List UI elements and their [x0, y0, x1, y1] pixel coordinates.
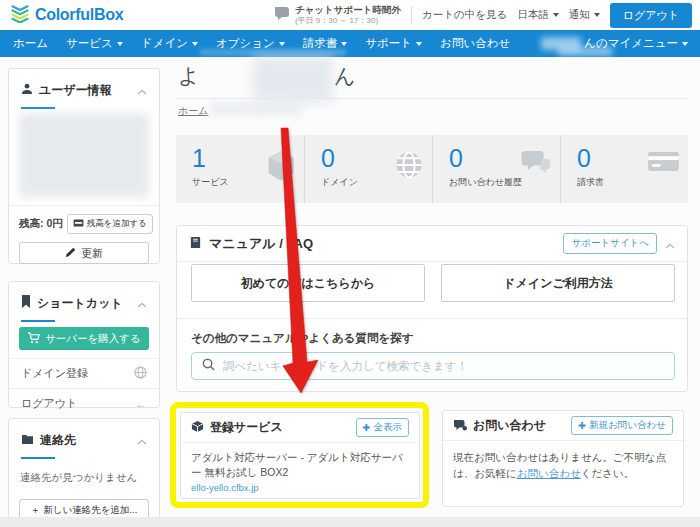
manual-faq-card: マニュアル / FAQ サポートサイトへ 初めての方はこちらから ドメインご利用… — [176, 225, 688, 392]
logout-button[interactable]: ログアウト — [610, 3, 692, 28]
view-cart-link[interactable]: カートの中を見る — [422, 8, 507, 22]
logo-chevrons-icon — [10, 3, 30, 27]
chat-hours-text: (平日 9：30 ～ 17：30) — [295, 16, 401, 25]
footer-strip — [0, 517, 700, 527]
shortcut-label: ログアウト — [21, 396, 77, 411]
service-list-item[interactable]: アダルト対応サーバー - アダルト対応サーバー 無料お試し BOX2 ello-… — [181, 443, 419, 493]
inquiry-text-suffix: ください。 — [581, 467, 634, 479]
stat-invoices[interactable]: 0 請求書 — [560, 135, 688, 203]
greeting-prefix: よ — [178, 62, 200, 90]
stat-domains[interactable]: 0 ドメイン — [304, 135, 432, 203]
faq-search-box — [191, 352, 675, 380]
logo-text: ColorfulBox — [35, 6, 123, 24]
support-site-button[interactable]: サポートサイトへ — [563, 233, 657, 254]
title-underline — [21, 107, 55, 109]
logo[interactable]: ColorfulBox — [10, 3, 123, 27]
service-name: アダルト対応サーバー - アダルト対応サーバー 無料お試し BOX2 — [191, 450, 409, 480]
nav-item-domains[interactable]: ドメイン — [132, 36, 207, 51]
add-contact-label: 新しい連絡先を追加... — [43, 504, 137, 517]
nav-item-support[interactable]: サポート — [356, 36, 431, 51]
inquiry-link[interactable]: お問い合わせ — [517, 467, 581, 479]
inquiry-card: お問い合わせ ✚ 新規お問い合わせ 現在お問い合わせはありません。ご不明な点は、… — [442, 410, 684, 507]
shortcut-list: ドメイン登録 ログアウト ← — [9, 358, 159, 418]
blurred-user-details — [19, 113, 149, 197]
card-icon — [73, 219, 84, 229]
show-all-button[interactable]: ✚ 全表示 — [356, 418, 409, 437]
page-title: よ ん — [176, 60, 688, 99]
breadcrumb-home-link[interactable]: ホーム — [178, 105, 208, 116]
user-info-title: ユーザー情報 — [39, 82, 112, 99]
show-all-label: 全表示 — [374, 421, 403, 434]
shortcut-logout[interactable]: ログアウト ← — [9, 388, 159, 418]
buy-server-button[interactable]: サーバーを購入する — [19, 327, 149, 350]
domain-usage-button[interactable]: ドメインご利用方法 — [441, 264, 675, 302]
user-info-card: ユーザー情報 残高: 0円 残高を追加する 更新 — [8, 68, 160, 264]
search-icon — [202, 357, 215, 375]
chat-bubbles-icon — [519, 150, 552, 183]
contacts-empty-text: 連絡先が見つかりません — [20, 471, 137, 485]
nav-item-services[interactable]: サービス — [57, 36, 132, 51]
contacts-header: 連絡先 — [9, 419, 159, 449]
divider — [9, 205, 159, 206]
divider — [177, 318, 687, 319]
credit-card-icon — [647, 150, 680, 177]
collapse-chevron-icon[interactable] — [137, 294, 147, 312]
stat-tickets[interactable]: 0 お問い合わせ履歴 — [432, 135, 560, 203]
my-menu[interactable]: んのマイメニュー — [541, 36, 688, 51]
buy-server-label: サーバーを購入する — [45, 332, 141, 346]
add-balance-button[interactable]: 残高を追加する — [67, 214, 153, 234]
update-button[interactable]: 更新 — [19, 242, 149, 264]
new-inquiry-label: 新規お問い合わせ — [589, 419, 666, 432]
plus-icon: ✚ — [363, 422, 371, 433]
notifications-menu[interactable]: 通知 — [569, 8, 600, 22]
person-icon — [21, 81, 33, 99]
collapse-chevron-icon[interactable] — [665, 235, 675, 253]
collapse-chevron-icon[interactable] — [137, 81, 147, 99]
chat-bubble-icon — [274, 6, 290, 24]
my-menu-label: んのマイメニュー — [584, 36, 678, 51]
shortcut-label: ドメイン登録 — [21, 366, 88, 381]
blurred-breadcrumb-segment — [210, 102, 302, 116]
balance-row: 残高: 0円 残高を追加する — [19, 214, 153, 234]
plus-icon: ＋ — [31, 504, 41, 517]
collapse-chevron-icon[interactable] — [137, 431, 147, 449]
book-icon — [189, 235, 202, 253]
client-area-page: ColorfulBox チャットサポート時間外 (平日 9：30 ～ 17：30… — [0, 0, 700, 527]
cart-icon — [27, 332, 40, 346]
title-underline — [21, 457, 55, 459]
top-bar-right: チャットサポート時間外 (平日 9：30 ～ 17：30) カートの中を見る 日… — [274, 3, 692, 28]
registered-services-title: 登録サービス — [210, 419, 283, 436]
inquiry-header: お問い合わせ ✚ 新規お問い合わせ — [443, 411, 683, 441]
bookmark-icon — [21, 294, 31, 312]
greeting-suffix: ん — [334, 62, 356, 90]
folder-icon — [21, 431, 34, 449]
registered-services-card: 登録サービス ✚ 全表示 アダルト対応サーバー - アダルト対応サーバー 無料お… — [180, 412, 420, 499]
inquiry-title: お問い合わせ — [473, 417, 546, 434]
nav-item-home[interactable]: ホーム — [4, 36, 57, 51]
contacts-card: 連絡先 連絡先が見つかりません ＋ 新しい連絡先を追加... — [8, 418, 160, 525]
inquiry-body: 現在お問い合わせはありません。ご不明な点は、お気軽にお問い合わせください。 — [443, 441, 683, 490]
arrow-left-icon: ← — [135, 397, 147, 411]
box-icon — [191, 419, 204, 437]
stat-services[interactable]: 1 サービス — [176, 135, 304, 203]
update-label: 更新 — [81, 246, 103, 261]
registered-services-header: 登録サービス ✚ 全表示 — [181, 413, 419, 443]
nav-item-invoices[interactable]: 請求書 — [294, 36, 357, 51]
nav-item-contact[interactable]: お問い合わせ — [431, 36, 519, 51]
nav-item-options[interactable]: オプション — [207, 36, 294, 51]
shortcuts-title: ショートカット — [37, 295, 123, 312]
chat-icon — [453, 417, 467, 435]
shortcuts-header: ショートカット — [9, 282, 159, 312]
new-inquiry-button[interactable]: ✚ 新規お問い合わせ — [571, 416, 673, 435]
breadcrumb: ホーム — [178, 104, 208, 118]
chat-support-status: チャットサポート時間外 (平日 9：30 ～ 17：30) — [274, 5, 401, 25]
beginner-guide-button[interactable]: 初めての方はこちらから — [191, 264, 425, 302]
blurred-username — [541, 37, 581, 50]
globe-icon — [134, 366, 147, 381]
shortcut-domain-register[interactable]: ドメイン登録 — [9, 358, 159, 388]
faq-search-input[interactable] — [223, 360, 664, 372]
balance-label: 残高: 0円 — [19, 217, 63, 231]
user-info-header: ユーザー情報 — [9, 69, 159, 99]
service-domain-link[interactable]: ello-yello.cfbx.jp — [191, 482, 409, 493]
language-menu[interactable]: 日本語 — [517, 8, 559, 22]
